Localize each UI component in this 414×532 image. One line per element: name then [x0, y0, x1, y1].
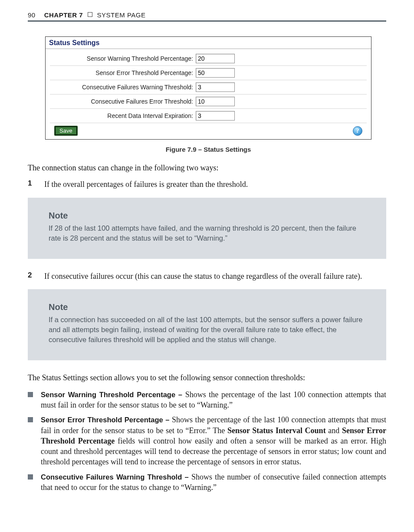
- sensor-error-threshold-input[interactable]: [196, 68, 235, 78]
- intro-paragraph: The connection status can change in the …: [28, 163, 386, 173]
- consecutive-failures-warning-input[interactable]: [196, 82, 235, 92]
- note-box: Note If a connection has succeeded on al…: [28, 289, 386, 360]
- sensor-warning-threshold-input[interactable]: [196, 54, 235, 63]
- bullet-text: Sensor Warning Threshold Percentage – Sh…: [41, 389, 386, 411]
- numbered-list: 1 If the overall percentages of failures…: [28, 179, 386, 189]
- list-item: 1 If the overall percentages of failures…: [28, 179, 386, 189]
- list-item: Sensor Error Threshold Percentage – Show…: [28, 415, 386, 467]
- square-bullet-icon: [28, 474, 33, 480]
- recent-data-interval-input[interactable]: [196, 111, 235, 121]
- setting-row-consec-error: Consecutive Failures Error Threshold:: [50, 95, 367, 109]
- panel-body: Sensor Warning Threshold Percentage: Sen…: [46, 49, 371, 139]
- list-item: Sensor Warning Threshold Percentage – Sh…: [28, 389, 386, 411]
- bullet-mid: and: [326, 426, 342, 435]
- bullet-text: Sensor Error Threshold Percentage – Show…: [41, 415, 386, 467]
- setting-row-error-pct: Sensor Error Threshold Percentage:: [50, 66, 367, 80]
- bullet-lead: Sensor Error Threshold Percentage –: [41, 416, 172, 424]
- setting-label: Sensor Warning Threshold Percentage:: [50, 55, 196, 62]
- setting-label: Consecutive Failures Warning Threshold:: [50, 84, 196, 91]
- square-glyph: [88, 12, 92, 17]
- header-rule: [28, 20, 386, 22]
- page-number: 90: [28, 11, 36, 19]
- square-bullet-icon: [28, 417, 33, 422]
- list-item: 2 If consecutive failures occur (this ca…: [28, 271, 386, 281]
- setting-row-recent-data: Recent Data Interval Expiration:: [50, 109, 367, 123]
- status-settings-panel: Status Settings Sensor Warning Threshold…: [45, 36, 371, 140]
- note-heading: Note: [49, 302, 365, 312]
- running-header: 90 CHAPTER 7 SYSTEM PAGE: [28, 11, 386, 19]
- inline-bold: Sensor Status Interval Count: [227, 426, 326, 435]
- section-title: SYSTEM PAGE: [97, 11, 146, 19]
- bullet-lead: Consecutive Failures Warning Threshold –: [41, 473, 191, 481]
- panel-footer: Save ?: [50, 123, 367, 139]
- figure-caption: Figure 7.9 – Status Settings: [45, 146, 371, 153]
- list-number: 1: [28, 179, 36, 189]
- setting-label: Recent Data Interval Expiration:: [50, 112, 196, 119]
- header-text: CHAPTER 7 SYSTEM PAGE: [44, 11, 146, 19]
- bullet-lead: Sensor Warning Threshold Percentage –: [41, 391, 185, 398]
- help-icon[interactable]: ?: [353, 126, 362, 136]
- list-number: 2: [28, 271, 36, 281]
- list-text: If the overall percentages of failures i…: [44, 179, 386, 189]
- numbered-list: 2 If consecutive failures occur (this ca…: [28, 271, 386, 281]
- bulleted-list: Sensor Warning Threshold Percentage – Sh…: [28, 389, 386, 493]
- note-body: If 28 of the last 100 attempts have fail…: [49, 223, 365, 243]
- figure-container: Status Settings Sensor Warning Threshold…: [45, 36, 371, 153]
- panel-title: Status Settings: [46, 37, 371, 49]
- note-body: If a connection has succeeded on all of …: [49, 315, 365, 345]
- square-bullet-icon: [28, 392, 33, 397]
- setting-row-consec-warning: Consecutive Failures Warning Threshold:: [50, 80, 367, 95]
- list-text: If consecutive failures occur (this can …: [44, 271, 386, 281]
- chapter-label: CHAPTER 7: [44, 11, 83, 19]
- setting-row-warning-pct: Sensor Warning Threshold Percentage:: [50, 52, 367, 66]
- save-button[interactable]: Save: [54, 126, 78, 136]
- list-item: Consecutive Failures Warning Threshold –…: [28, 472, 386, 493]
- setting-label: Consecutive Failures Error Threshold:: [50, 98, 196, 105]
- note-heading: Note: [49, 211, 365, 221]
- thresholds-intro: The Status Settings section allows you t…: [28, 372, 386, 383]
- consecutive-failures-error-input[interactable]: [196, 97, 235, 106]
- note-box: Note If 28 of the last 100 attempts have…: [28, 198, 386, 259]
- bullet-text: Consecutive Failures Warning Threshold –…: [41, 472, 386, 493]
- setting-label: Sensor Error Threshold Percentage:: [50, 69, 196, 76]
